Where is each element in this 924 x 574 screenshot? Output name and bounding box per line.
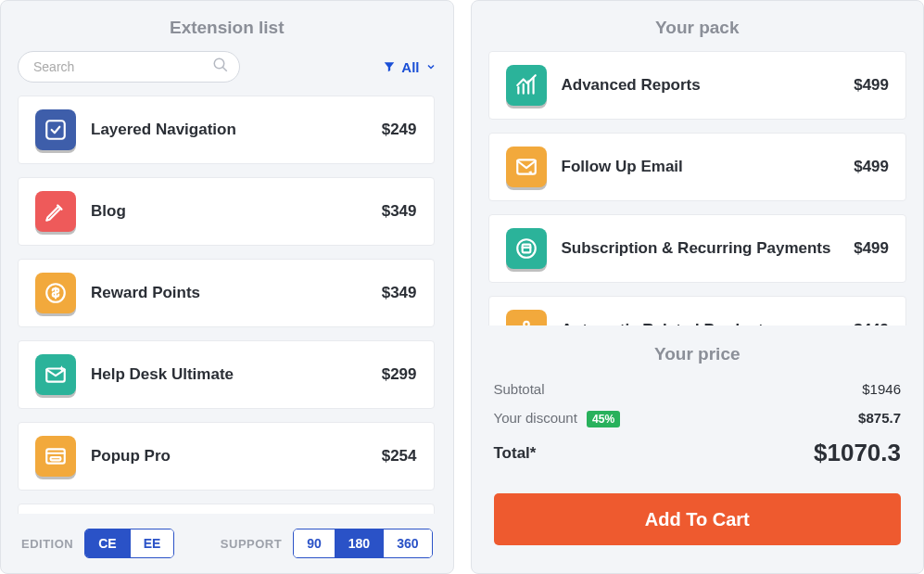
- support-group: SUPPORT 90180360: [221, 529, 433, 558]
- extension-list-panel: Extension list All Layered Navigation$24…: [0, 0, 454, 574]
- subtotal-label: Subtotal: [494, 381, 545, 397]
- extension-item[interactable]: Blog$349: [18, 177, 435, 246]
- edition-option-ee[interactable]: EE: [131, 529, 174, 557]
- total-label: Total*: [494, 444, 537, 463]
- edition-segment: CEEE: [84, 529, 174, 558]
- extension-item-name: Help Desk Ultimate: [91, 365, 367, 384]
- svg-rect-7: [51, 457, 61, 460]
- edition-label: EDITION: [21, 537, 73, 551]
- search-wrap: [18, 51, 240, 83]
- extension-item[interactable]: Popup Pro$254: [18, 422, 435, 491]
- support-option-180[interactable]: 180: [335, 529, 384, 557]
- funnel-icon: [383, 60, 396, 73]
- extension-item-price: $299: [382, 365, 417, 384]
- svg-line-1: [222, 67, 227, 71]
- total-value: $1070.3: [814, 439, 901, 467]
- extension-item-name: Reward Points: [91, 284, 367, 302]
- window-icon: [35, 436, 76, 477]
- support-option-360[interactable]: 360: [384, 529, 431, 557]
- subtotal-value: $1946: [862, 381, 901, 397]
- bottom-controls: EDITION CEEE SUPPORT 90180360: [18, 514, 437, 564]
- your-pack-title: Your pack: [488, 18, 907, 38]
- pack-item-price: $499: [854, 76, 889, 95]
- dollar-circle-icon: [35, 273, 76, 313]
- calendar-cycle-icon: [506, 228, 547, 269]
- support-label: SUPPORT: [221, 537, 282, 551]
- discount-label: Your discount 45%: [494, 410, 621, 426]
- search-icon: [212, 57, 229, 77]
- filter-label: All: [401, 59, 419, 75]
- total-row: Total* $1070.3: [494, 439, 902, 467]
- pack-item-name: Follow Up Email: [562, 158, 840, 176]
- svg-point-0: [214, 58, 224, 69]
- edition-group: EDITION CEEE: [21, 529, 174, 558]
- mail-sparkle-icon: [35, 354, 76, 395]
- discount-badge: 45%: [587, 411, 620, 427]
- your-price-title: Your price: [494, 344, 902, 364]
- pack-item-price: $499: [854, 158, 889, 176]
- extension-list-title: Extension list: [18, 18, 437, 38]
- nodes-icon: [506, 310, 547, 325]
- pack-item-name: Advanced Reports: [562, 76, 840, 95]
- discount-value: $875.7: [858, 410, 901, 426]
- extension-item[interactable]: RMA$349: [18, 504, 435, 514]
- pencil-icon: [35, 191, 76, 232]
- extension-item-price: $349: [382, 284, 417, 302]
- pack-item[interactable]: Follow Up Email$499: [488, 133, 907, 201]
- chevron-down-icon: [425, 61, 437, 72]
- pack-list[interactable]: Advanced Reports$499Follow Up Email$499S…: [488, 51, 907, 325]
- extension-item-price: $349: [382, 202, 417, 221]
- filter-all[interactable]: All: [383, 59, 436, 75]
- support-option-90[interactable]: 90: [294, 529, 335, 557]
- pack-item-price: $499: [854, 239, 889, 258]
- add-to-cart-button[interactable]: Add To Cart: [494, 493, 902, 545]
- pack-item-name: Subscription & Recurring Payments: [562, 239, 840, 258]
- discount-row: Your discount 45% $875.7: [494, 410, 902, 426]
- price-section: Your price Subtotal $1946 Your discount …: [488, 325, 907, 545]
- extension-top-row: All: [18, 51, 437, 83]
- your-pack-panel: Your pack Advanced Reports$499Follow Up …: [471, 0, 925, 574]
- mail-arrow-icon: [506, 147, 547, 187]
- chart-up-icon: [506, 65, 547, 106]
- edition-option-ce[interactable]: CE: [85, 529, 130, 557]
- svg-rect-2: [46, 121, 65, 139]
- search-input[interactable]: [18, 51, 240, 83]
- check-square-icon: [35, 109, 76, 150]
- extension-item[interactable]: Layered Navigation$249: [18, 96, 435, 164]
- extension-item[interactable]: Reward Points$349: [18, 259, 435, 327]
- subtotal-row: Subtotal $1946: [494, 381, 902, 397]
- extension-item-price: $254: [382, 447, 417, 466]
- extension-item-name: Blog: [91, 202, 367, 221]
- extension-list[interactable]: Layered Navigation$249Blog$349Reward Poi…: [18, 96, 437, 514]
- extension-item[interactable]: Help Desk Ultimate$299: [18, 340, 435, 409]
- pack-item[interactable]: Automatic Related Products$449: [488, 296, 907, 325]
- pack-item[interactable]: Advanced Reports$499: [488, 51, 907, 120]
- support-segment: 90180360: [293, 529, 432, 558]
- pack-item[interactable]: Subscription & Recurring Payments$499: [488, 214, 907, 283]
- extension-item-name: Layered Navigation: [91, 121, 367, 139]
- extension-item-name: Popup Pro: [91, 447, 367, 466]
- extension-item-price: $249: [382, 121, 417, 139]
